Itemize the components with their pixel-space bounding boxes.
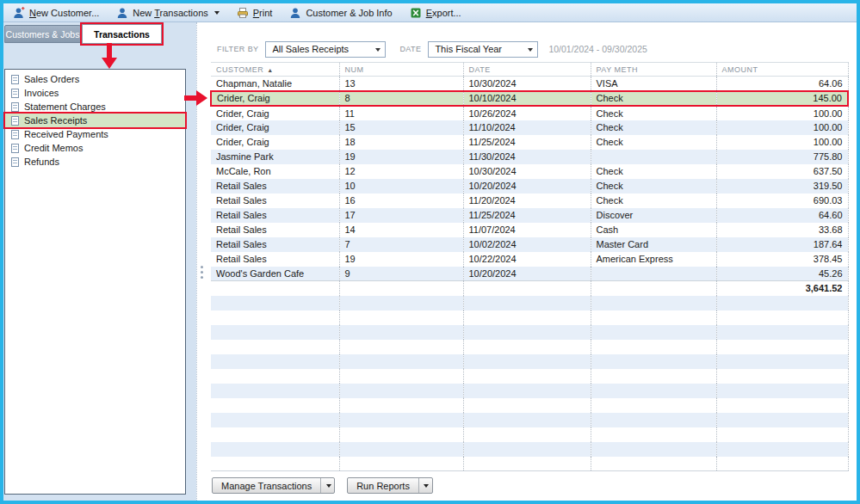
cell-date: 10/02/2024: [463, 237, 591, 252]
customer-center-window: New Customer... New Transactions Print C…: [0, 0, 860, 504]
total-row: 3,641.52: [211, 281, 848, 296]
table-row[interactable]: McCale, Ron 12 10/30/2024 Check 637.50: [211, 164, 848, 179]
cell-num: 8: [339, 91, 463, 106]
list-item-refunds[interactable]: Refunds: [5, 155, 185, 169]
empty-row: [211, 296, 848, 310]
filter-by-dropdown[interactable]: All Sales Receipts: [265, 41, 386, 58]
table-row[interactable]: Retail Sales 16 11/20/2024 Check 690.03: [211, 194, 848, 208]
form-icon: [11, 144, 19, 153]
sort-ascending-icon: ▲: [267, 67, 273, 73]
cell-customer: Retail Sales: [211, 208, 339, 223]
cell-date: 11/10/2024: [463, 120, 591, 135]
table-row[interactable]: Jasmine Park 19 11/30/2024 775.80: [211, 150, 848, 164]
cell-num: 13: [339, 77, 463, 91]
list-item-label: Sales Receipts: [24, 115, 87, 126]
tab-customers-jobs-label: Customers & Jobs: [6, 29, 80, 40]
table-row[interactable]: Retail Sales 7 10/02/2024 Master Card 18…: [211, 237, 848, 252]
cell-num: 9: [339, 267, 463, 281]
empty-row: [211, 340, 848, 354]
cell-amount: 319.50: [716, 179, 848, 194]
form-icon: [11, 130, 19, 139]
transactions-table: CUSTOMER▲ NUM DATE PAY METH AMOUNT Chapm…: [210, 62, 849, 471]
annotation-arrow-right: [184, 89, 208, 107]
cell-date: 11/20/2024: [463, 194, 591, 208]
tab-customers-jobs[interactable]: Customers & Jobs: [4, 25, 81, 43]
cell-customer: Wood's Garden Cafe: [211, 267, 339, 281]
cell-pay-meth: [591, 150, 716, 164]
table-row[interactable]: Crider, Craig 8 10/10/2024 Check 145.00: [211, 91, 848, 106]
new-customer-label: New Customer...: [29, 8, 99, 18]
list-item-sales-receipts[interactable]: Sales Receipts: [5, 114, 185, 127]
table-row[interactable]: Retail Sales 14 11/07/2024 Cash 33.68: [211, 223, 848, 237]
cell-customer: Crider, Craig: [211, 91, 339, 106]
date-filter-label: DATE: [399, 45, 421, 53]
cell-date: 11/30/2024: [463, 150, 591, 164]
dropdown-caret-icon[interactable]: [418, 478, 432, 493]
list-item-received-payments[interactable]: Received Payments: [5, 127, 185, 141]
list-item-statement-charges[interactable]: Statement Charges: [5, 100, 185, 114]
print-button[interactable]: Print: [231, 4, 284, 22]
empty-row: [211, 384, 848, 398]
date-range-text: 10/01/2024 - 09/30/2025: [548, 44, 647, 54]
table-row[interactable]: Chapman, Natalie 13 10/30/2024 VISA 64.0…: [211, 77, 848, 91]
splitter-grip-icon: [201, 266, 203, 268]
list-item-credit-memos[interactable]: Credit Memos: [5, 141, 185, 155]
annotation-arrow-down: [100, 43, 119, 71]
dropdown-caret-icon: [528, 48, 533, 52]
cell-pay-meth: Check: [591, 194, 716, 208]
form-icon: [11, 89, 19, 98]
filter-by-value: All Sales Receipts: [272, 44, 349, 54]
export-icon: [410, 7, 422, 19]
cell-num: 19: [339, 150, 463, 164]
cell-date: 11/25/2024: [463, 135, 591, 150]
cell-num: 14: [339, 223, 463, 237]
cell-amount: 64.06: [716, 77, 848, 91]
run-reports-button[interactable]: Run Reports: [347, 477, 433, 494]
cell-amount: 775.80: [716, 150, 848, 164]
table-row[interactable]: Retail Sales 17 11/25/2024 Discover 64.6…: [211, 208, 848, 223]
manage-transactions-button[interactable]: Manage Transactions: [212, 477, 335, 494]
cell-num: 15: [339, 120, 463, 135]
cell-num: 16: [339, 194, 463, 208]
cell-date: 10/26/2024: [463, 106, 591, 120]
cell-num: 18: [339, 135, 463, 150]
column-header-pay-meth[interactable]: PAY METH: [591, 63, 716, 77]
transaction-type-list: Sales Orders Invoices Statement Charges …: [4, 69, 186, 495]
table-row[interactable]: Crider, Craig 15 11/10/2024 Check 100.00: [211, 120, 848, 135]
list-item-sales-orders[interactable]: Sales Orders: [5, 72, 185, 86]
cell-date: 10/20/2024: [463, 267, 591, 281]
customer-job-info-button[interactable]: Customer & Job Info: [283, 4, 403, 22]
new-transactions-button[interactable]: New Transactions: [110, 4, 230, 22]
table-row[interactable]: Crider, Craig 11 10/26/2024 Check 100.00: [211, 106, 848, 120]
tab-transactions[interactable]: Transactions: [82, 24, 162, 44]
column-header-date[interactable]: DATE: [463, 63, 591, 77]
list-item-label: Sales Orders: [24, 74, 79, 84]
empty-row: [211, 457, 848, 471]
dropdown-caret-icon[interactable]: [320, 478, 334, 493]
cell-amount: 378.45: [716, 252, 848, 267]
column-header-num[interactable]: NUM: [339, 63, 463, 77]
column-header-amount[interactable]: AMOUNT: [716, 63, 848, 77]
new-customer-button[interactable]: New Customer...: [7, 4, 110, 22]
empty-row: [211, 310, 848, 325]
new-transactions-label: New Transactions: [133, 8, 207, 18]
toolbar: New Customer... New Transactions Print C…: [3, 3, 857, 22]
table-row[interactable]: Wood's Garden Cafe 9 10/20/2024 45.26: [211, 267, 848, 281]
table-row[interactable]: Retail Sales 19 10/22/2024 American Expr…: [211, 252, 848, 267]
empty-row: [211, 354, 848, 369]
cell-pay-meth: Check: [591, 179, 716, 194]
export-button[interactable]: Export...: [404, 4, 473, 22]
table-row[interactable]: Crider, Craig 18 11/25/2024 Check 100.00: [211, 135, 848, 150]
cell-pay-meth: Cash: [591, 223, 716, 237]
table-row[interactable]: Retail Sales 10 10/20/2024 Check 319.50: [211, 179, 848, 194]
list-item-label: Received Payments: [24, 129, 108, 139]
cell-num: 12: [339, 164, 463, 179]
cell-customer: Crider, Craig: [211, 106, 339, 120]
cell-amount: 33.68: [716, 223, 848, 237]
date-filter-dropdown[interactable]: This Fiscal Year: [428, 41, 538, 58]
cell-num: 19: [339, 252, 463, 267]
list-item-invoices[interactable]: Invoices: [5, 86, 185, 100]
column-header-customer[interactable]: CUSTOMER▲: [211, 63, 339, 77]
cell-amount: 637.50: [716, 164, 848, 179]
new-customer-icon: [13, 7, 25, 19]
